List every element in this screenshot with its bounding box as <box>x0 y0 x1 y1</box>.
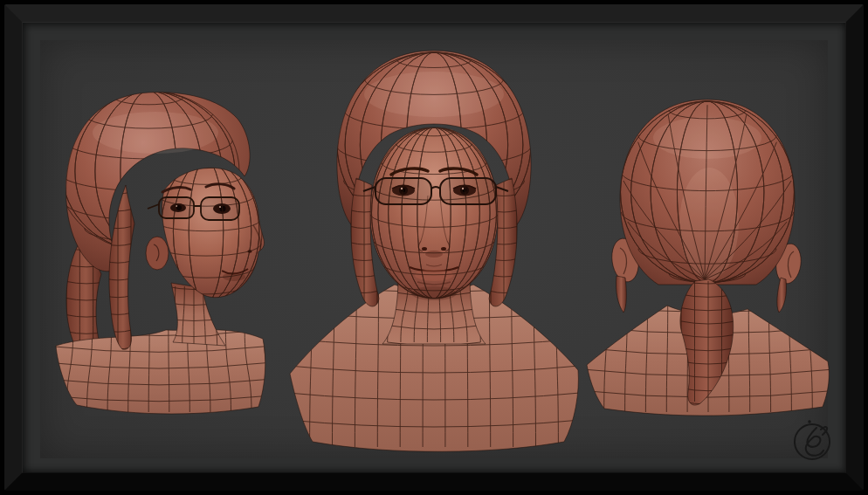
artist-signature-icon <box>789 416 837 464</box>
bust-view-three-quarter <box>51 87 267 421</box>
bust-view-back <box>576 93 847 420</box>
framed-render <box>0 0 868 495</box>
ear <box>146 237 169 270</box>
render-canvas <box>40 40 828 458</box>
